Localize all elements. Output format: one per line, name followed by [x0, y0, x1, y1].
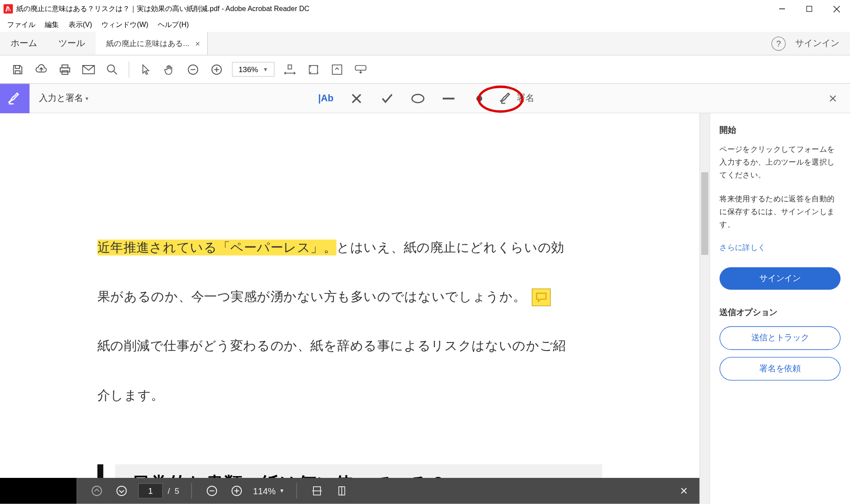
zoom-level[interactable]: 136% ▼	[232, 62, 274, 77]
fill-sign-dropdown[interactable]: 入力と署名 ▾	[30, 92, 95, 104]
dot-tool[interactable]	[469, 88, 489, 108]
tab-document-label: 紙の廃止に意味はある...	[106, 38, 189, 49]
window-title: 紙の廃止に意味はある？リスクは？｜実は効果の高い紙削減.pdf - Adobe …	[16, 4, 769, 14]
paragraph: 果があるのか、今一つ実感が湧かない方も多いのではないでしょうか。	[97, 286, 602, 307]
svg-rect-18	[332, 65, 342, 74]
zoom-value: 136%	[239, 65, 258, 74]
close-button[interactable]	[823, 0, 850, 18]
page-up-icon[interactable]	[89, 483, 105, 499]
menu-bar: ファイル 編集 表示(V) ウィンドウ(W) ヘルプ(H)	[0, 18, 850, 32]
save-icon[interactable]	[7, 59, 28, 80]
svg-point-25	[92, 486, 101, 496]
tab-close-icon[interactable]: ×	[195, 38, 200, 48]
signin-link[interactable]: サインイン	[795, 38, 839, 49]
send-track-button[interactable]: 送信とトラック	[719, 326, 840, 350]
menu-window[interactable]: ウィンドウ(W)	[97, 18, 153, 32]
page-sep: /	[168, 486, 170, 496]
menu-edit[interactable]: 編集	[40, 18, 64, 32]
document-page: 近年推進されている「ペーパーレス」。とはいえ、紙の廃止にどれくらいの効 果がある…	[0, 113, 699, 503]
zoom-display[interactable]: 114% ▼	[253, 486, 285, 496]
zoom-out-icon[interactable]	[204, 483, 220, 499]
scrollbar-thumb[interactable]	[701, 172, 708, 255]
svg-rect-19	[355, 65, 366, 70]
panel-start-body: ページをクリックしてフォームを入力するか、上のツールを選択してください。	[719, 143, 840, 182]
read-aloud-icon[interactable]	[350, 59, 371, 80]
zoom-value: 114%	[253, 486, 276, 496]
zoom-in-icon[interactable]	[228, 483, 245, 499]
sign-label: 署名	[517, 92, 534, 104]
highlighted-text: 近年推進されている「ペーパーレス」。	[97, 239, 336, 255]
main-area: 近年推進されている「ペーパーレス」。とはいえ、紙の廃止にどれくらいの効 果がある…	[0, 113, 850, 504]
svg-point-26	[117, 486, 126, 496]
svg-point-22	[412, 94, 424, 103]
menu-file[interactable]: ファイル	[2, 18, 40, 32]
paragraph: 近年推進されている「ペーパーレス」。とはいえ、紙の廃止にどれくらいの効	[97, 237, 602, 258]
signin-button[interactable]: サインイン	[719, 267, 840, 289]
caret-down-icon: ▼	[263, 66, 268, 72]
comment-icon[interactable]	[532, 289, 551, 306]
fill-sign-icon[interactable]	[0, 84, 30, 113]
svg-rect-7	[62, 70, 68, 74]
page-down-icon[interactable]	[113, 483, 130, 499]
circle-tool[interactable]	[408, 88, 428, 108]
text: 果があるのか、今一つ実感が湧かない方も多いのではないでしょうか。	[97, 289, 526, 304]
check-tool[interactable]	[377, 88, 397, 108]
print-icon[interactable]	[54, 59, 76, 80]
fit-width-icon[interactable]	[309, 483, 325, 499]
bottom-toolbar: / 5 114% ▼ ×	[77, 478, 699, 504]
svg-point-24	[476, 95, 482, 101]
title-bar: 紙の廃止に意味はある？リスクは？｜実は効果の高い紙削減.pdf - Adobe …	[0, 0, 850, 18]
x-mark-tool[interactable]	[347, 88, 367, 108]
panel-save-body: 将来使用するために返答を自動的に保存するには、サインインします。	[719, 192, 840, 231]
menu-view[interactable]: 表示(V)	[64, 18, 97, 32]
close-bottom-bar-icon[interactable]: ×	[680, 483, 688, 499]
page-total: 5	[175, 486, 179, 496]
document-viewport[interactable]: 近年推進されている「ペーパーレス」。とはいえ、紙の廃止にどれくらいの効 果がある…	[0, 113, 699, 504]
fill-sign-label: 入力と署名	[39, 92, 83, 104]
svg-line-10	[114, 71, 117, 74]
caret-down-icon: ▾	[85, 95, 89, 102]
tab-document[interactable]: 紙の廃止に意味はある... ×	[96, 32, 208, 55]
paragraph: 紙の削減で仕事がどう変わるのか、紙を辞める事によるリスクはないのかご紹	[97, 335, 602, 356]
minimize-button[interactable]	[769, 0, 796, 18]
caret-down-icon: ▼	[279, 488, 285, 494]
sign-tool[interactable]: 署名	[500, 88, 534, 108]
page-current-input[interactable]	[138, 483, 163, 499]
fit-page-icon[interactable]	[303, 59, 324, 80]
pointer-icon[interactable]	[135, 59, 156, 80]
zoom-in-icon[interactable]	[206, 59, 227, 80]
panel-start-title: 開始	[719, 125, 840, 136]
request-sign-button[interactable]: 署名を依頼	[719, 357, 840, 380]
app-icon	[4, 4, 13, 13]
fill-sign-bar: 入力と署名 ▾ |Ab 署名 ×	[0, 84, 850, 113]
svg-point-9	[108, 65, 115, 72]
page-indicator: / 5	[138, 483, 179, 499]
paragraph: 介します。	[97, 385, 602, 405]
line-tool[interactable]	[439, 88, 459, 108]
menu-help[interactable]: ヘルプ(H)	[153, 18, 194, 32]
email-icon[interactable]	[78, 59, 99, 80]
help-icon[interactable]: ?	[772, 36, 786, 50]
search-icon[interactable]	[101, 59, 123, 80]
zoom-out-icon[interactable]	[182, 59, 204, 80]
tab-bar: ホーム ツール 紙の廃止に意味はある... × ? サインイン	[0, 32, 850, 55]
cloud-icon[interactable]	[31, 59, 52, 80]
tab-tools[interactable]: ツール	[48, 32, 96, 55]
main-toolbar: 136% ▼	[0, 55, 850, 84]
text-tool[interactable]: |Ab	[316, 88, 336, 108]
right-panel: 開始 ページをクリックしてフォームを入力するか、上のツールを選択してください。 …	[710, 113, 850, 504]
fit-width-icon[interactable]	[279, 59, 301, 80]
hand-icon[interactable]	[159, 59, 180, 80]
svg-rect-2	[807, 6, 812, 12]
bottom-left-edge	[0, 478, 77, 504]
fit-page-icon[interactable]	[333, 483, 350, 499]
fullscreen-icon[interactable]	[327, 59, 348, 80]
maximize-button[interactable]	[796, 0, 823, 18]
learn-more-link[interactable]: さらに詳しく	[719, 242, 840, 253]
close-fill-sign-icon[interactable]: ×	[825, 86, 841, 110]
vertical-scrollbar[interactable]	[699, 113, 710, 504]
signin-area: ? サインイン	[761, 32, 850, 55]
window-controls	[769, 0, 850, 18]
fill-sign-tools: |Ab 署名	[316, 88, 534, 108]
tab-home[interactable]: ホーム	[0, 32, 48, 55]
